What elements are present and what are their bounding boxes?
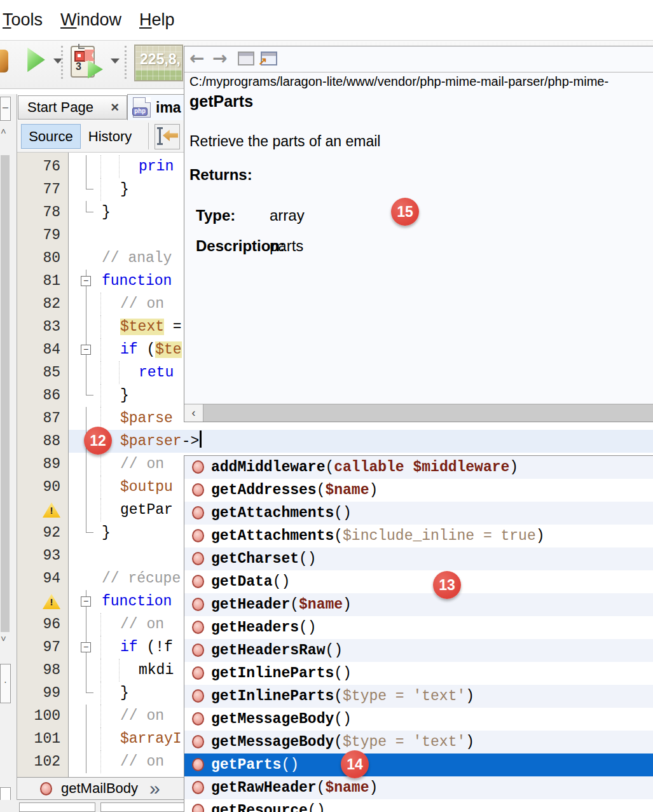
completion-item[interactable]: getInlineParts(): [184, 662, 653, 685]
completion-item[interactable]: getRawHeader($name): [184, 776, 653, 799]
warning-icon[interactable]: !: [43, 502, 60, 518]
line-number: 93: [17, 544, 60, 567]
completion-item[interactable]: getMessageBody($type = 'text'): [184, 731, 653, 754]
show-javadoc-window-icon[interactable]: [238, 52, 254, 65]
back-arrow-icon[interactable]: ←: [189, 48, 204, 69]
line-number: 81: [17, 270, 60, 292]
back-arrow-icon: [163, 130, 178, 141]
method-icon: [192, 483, 204, 497]
completion-item[interactable]: getResource(): [184, 799, 653, 812]
completion-item[interactable]: getAddresses($name): [184, 479, 653, 502]
code-fold-icon[interactable]: −: [81, 345, 91, 355]
left-docked-panel-edge: – ˄ ˅ ·: [0, 94, 17, 812]
code-completion-popup: addMiddleware(callable $middleware)getAd…: [184, 455, 653, 812]
line-number: 98: [17, 659, 60, 682]
php-file-icon: php: [133, 97, 151, 118]
completion-item[interactable]: getAttachments($include_inline = true): [184, 525, 653, 547]
completion-item[interactable]: getHeaders(): [184, 616, 653, 639]
doc-description-value: parts: [270, 237, 303, 255]
line-number: 102: [17, 750, 60, 773]
debug-icon-number: 3: [76, 61, 81, 72]
code-line[interactable]: 88$parser->: [17, 430, 653, 453]
method-icon: [40, 782, 52, 795]
scroll-up-icon[interactable]: ˄: [1, 126, 6, 137]
method-icon: [192, 552, 204, 565]
left-panel-button[interactable]: ·: [0, 664, 11, 703]
debug-icon-pin: [78, 44, 85, 49]
left-panel-scrollbar[interactable]: [1, 155, 10, 632]
completion-item[interactable]: getMessageBody(): [184, 708, 653, 731]
completion-item-selected[interactable]: getParts(): [184, 754, 653, 776]
method-icon: [192, 689, 204, 703]
scroll-down-icon[interactable]: ˅: [1, 633, 6, 644]
documentation-popup: ← → ↗ C:/myprograms/laragon-lite/www/ven…: [184, 46, 653, 422]
ibeam-icon: [159, 127, 161, 145]
completion-item[interactable]: getCharset(): [184, 547, 653, 570]
method-icon: [192, 666, 204, 680]
code-fold-icon[interactable]: −: [81, 596, 91, 607]
sub-toolbar-separator: [148, 123, 149, 149]
menu-window[interactable]: Window: [52, 10, 130, 30]
code-fold-icon[interactable]: −: [81, 642, 91, 652]
line-number: 79: [17, 224, 60, 247]
method-icon: [192, 575, 204, 588]
memory-meter[interactable]: 225,8,: [134, 45, 183, 81]
breadcrumb-method-label[interactable]: getMailBody: [61, 780, 138, 797]
left-panel-button[interactable]: –: [0, 97, 11, 121]
run-button[interactable]: [27, 47, 47, 72]
line-number: 76: [17, 155, 60, 178]
line-number: 77: [17, 178, 60, 201]
memory-meter-bar: [135, 70, 182, 80]
scrollbar-thumb[interactable]: [203, 404, 653, 422]
method-icon: [192, 460, 204, 474]
open-external-browser-icon[interactable]: ↗: [261, 52, 277, 65]
method-icon: [192, 712, 204, 726]
warning-icon[interactable]: !: [43, 594, 60, 609]
completion-item[interactable]: getData(): [184, 570, 653, 593]
chevron-right-icon[interactable]: »: [149, 778, 156, 799]
line-number: 85: [17, 361, 60, 384]
method-icon: [192, 735, 204, 748]
tab-start-page[interactable]: Start Page ×: [18, 95, 127, 120]
debug-run-icon[interactable]: [87, 60, 104, 79]
completion-item[interactable]: getInlineParts($type = 'text'): [184, 685, 653, 708]
menu-tools[interactable]: Tools: [0, 10, 52, 30]
ide-window: ToolsWindowHelp 3 225,8, – ˄ ˅ · Start P…: [0, 0, 653, 812]
toolbar-separator: [61, 46, 63, 79]
code-fold-icon[interactable]: −: [81, 276, 91, 286]
tab-active-file-label: ima: [156, 99, 181, 116]
close-icon[interactable]: ×: [111, 99, 127, 116]
debug-icon-breakpoint: [74, 51, 85, 62]
line-number: 97: [17, 636, 60, 659]
forward-arrow-icon[interactable]: →: [212, 48, 227, 69]
doc-summary: Retrieve the parts of an email: [189, 133, 380, 150]
callout-bubble-13: 13: [433, 571, 461, 599]
completion-item[interactable]: getAttachments(): [184, 502, 653, 525]
doc-horizontal-scrollbar[interactable]: ‹: [184, 404, 653, 422]
completion-item[interactable]: addMiddleware(callable $middleware): [184, 456, 653, 479]
menu-help[interactable]: Help: [130, 10, 184, 30]
callout-bubble-15: 15: [391, 198, 419, 226]
line-number: 82: [17, 292, 60, 315]
menu-bar: ToolsWindowHelp: [0, 0, 653, 40]
completion-item[interactable]: getHeadersRaw(): [184, 639, 653, 662]
bottom-panel-box: [19, 802, 95, 812]
debug-dropdown-arrow[interactable]: [111, 58, 120, 64]
doc-type-label: Type:: [196, 207, 235, 224]
toolbar-cut-icon[interactable]: [0, 50, 8, 72]
debug-icon-flag: [85, 50, 95, 61]
doc-type-value: array: [270, 207, 305, 224]
line-number: 89: [17, 453, 60, 476]
source-view-button[interactable]: Source: [21, 124, 81, 149]
line-number: 83: [17, 315, 60, 338]
doc-returns-label: Returns:: [189, 166, 252, 184]
method-icon: [192, 621, 204, 634]
doc-popup-toolbar: ← → ↗: [184, 46, 653, 72]
scroll-left-icon[interactable]: ‹: [184, 404, 203, 422]
history-view-button[interactable]: History: [81, 124, 139, 149]
doc-file-path: C:/myprograms/laragon-lite/www/vendor/ph…: [189, 74, 651, 89]
line-number: 84: [17, 338, 60, 361]
completion-item[interactable]: getHeader($name): [184, 593, 653, 616]
last-edit-button[interactable]: [155, 124, 180, 149]
run-icon: [27, 47, 46, 72]
